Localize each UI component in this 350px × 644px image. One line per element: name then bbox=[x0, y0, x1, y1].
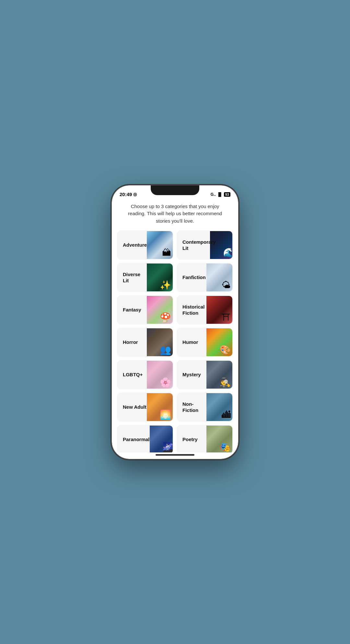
category-card-horror[interactable]: Horror bbox=[117, 328, 173, 357]
category-card-lgbtq[interactable]: LGBTQ+ bbox=[117, 360, 173, 389]
battery-icon: 93 bbox=[224, 192, 230, 197]
time-display: 20:49 bbox=[120, 192, 132, 197]
status-time: 20:49 ◎ bbox=[120, 192, 137, 197]
category-image-historical bbox=[206, 295, 232, 324]
category-label-lgbtq: LGBTQ+ bbox=[123, 371, 143, 378]
whatsapp-icon: ◎ bbox=[133, 192, 137, 197]
category-image-fanfiction bbox=[206, 263, 232, 292]
category-card-adventure[interactable]: Adventure bbox=[117, 230, 173, 260]
category-card-historical[interactable]: Historical Fiction bbox=[177, 295, 233, 324]
categories-grid: AdventureContemporary LitDiverse LitFanf… bbox=[117, 230, 233, 452]
category-card-diverse[interactable]: Diverse Lit bbox=[117, 263, 173, 292]
category-image-adventure bbox=[147, 230, 173, 260]
notch bbox=[151, 185, 199, 195]
category-card-fantasy[interactable]: Fantasy bbox=[117, 295, 173, 324]
screen-content: Choose up to 3 categories that you enjoy… bbox=[112, 200, 238, 452]
category-image-mystery bbox=[206, 360, 232, 389]
category-image-paranormal bbox=[150, 425, 173, 452]
category-card-contemporary[interactable]: Contemporary Lit bbox=[177, 230, 233, 260]
phone-frame: 20:49 ◎ G.. ▐▌ 93 Choose up to 3 categor… bbox=[112, 185, 238, 459]
signal-icon: ▐▌ bbox=[217, 192, 223, 197]
category-label-paranormal: Paranormal bbox=[123, 436, 150, 443]
category-image-poetry bbox=[206, 425, 232, 452]
phone-screen: 20:49 ◎ G.. ▐▌ 93 Choose up to 3 categor… bbox=[112, 185, 238, 459]
category-image-newadult bbox=[147, 392, 173, 422]
category-card-mystery[interactable]: Mystery bbox=[177, 360, 233, 389]
category-label-historical: Historical Fiction bbox=[182, 304, 206, 316]
category-label-mystery: Mystery bbox=[182, 371, 201, 378]
category-image-fantasy bbox=[147, 295, 173, 324]
category-card-paranormal[interactable]: Paranormal bbox=[117, 425, 173, 452]
category-label-poetry: Poetry bbox=[182, 436, 198, 443]
category-image-nonfiction bbox=[206, 392, 232, 422]
category-card-poetry[interactable]: Poetry bbox=[177, 425, 233, 452]
subtitle-text: Choose up to 3 categories that you enjoy… bbox=[117, 200, 233, 231]
category-card-newadult[interactable]: New Adult bbox=[117, 392, 173, 422]
category-label-contemporary: Contemporary Lit bbox=[182, 239, 210, 252]
category-image-contemporary bbox=[210, 230, 233, 260]
category-card-nonfiction[interactable]: Non-Fiction bbox=[177, 392, 233, 422]
carrier-text: G.. bbox=[211, 192, 216, 197]
status-icons: G.. ▐▌ 93 bbox=[211, 192, 230, 197]
category-image-humor bbox=[206, 328, 232, 357]
category-card-fanfiction[interactable]: Fanfiction bbox=[177, 263, 233, 292]
category-label-adventure: Adventure bbox=[123, 242, 147, 248]
category-label-newadult: New Adult bbox=[123, 404, 146, 410]
category-image-diverse bbox=[147, 263, 173, 292]
category-image-lgbtq bbox=[147, 360, 173, 389]
category-label-diverse: Diverse Lit bbox=[123, 271, 147, 284]
category-label-fantasy: Fantasy bbox=[123, 307, 141, 313]
category-label-horror: Horror bbox=[123, 339, 138, 345]
category-label-fanfiction: Fanfiction bbox=[182, 274, 206, 281]
category-image-horror bbox=[147, 328, 173, 357]
home-indicator bbox=[112, 452, 238, 459]
category-card-humor[interactable]: Humor bbox=[177, 328, 233, 357]
category-label-humor: Humor bbox=[182, 339, 198, 345]
category-label-nonfiction: Non-Fiction bbox=[182, 401, 206, 414]
home-bar bbox=[156, 454, 194, 456]
